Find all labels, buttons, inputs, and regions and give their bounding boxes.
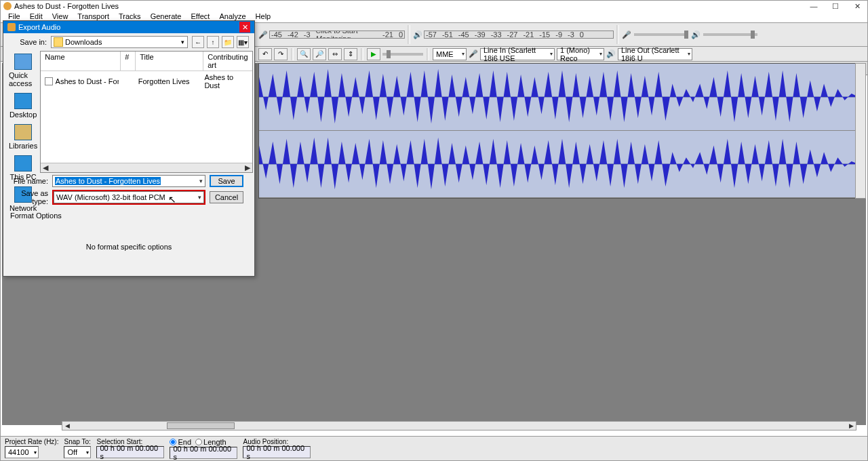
- dialog-close-button[interactable]: ✕: [239, 22, 250, 33]
- fit-selection-button[interactable]: ⇔: [328, 48, 342, 60]
- file-list-header: Name # Title Contributing art: [41, 52, 252, 71]
- speed-slider[interactable]: [382, 53, 423, 56]
- no-format-options-text: No format specific options: [3, 224, 254, 270]
- col-title[interactable]: Title: [136, 52, 203, 71]
- project-rate-combo[interactable]: 44100: [5, 446, 39, 458]
- window-title: Ashes to Dust - Forgotten Lives: [14, 2, 809, 10]
- play-button-small[interactable]: ▶: [367, 48, 380, 60]
- dialog-title-bar: Export Audio ✕: [3, 21, 254, 33]
- monitor-hint: Click to Start Monitoring: [316, 31, 377, 39]
- mic-dev-icon: 🎤: [469, 49, 478, 58]
- place-desktop[interactable]: Desktop: [9, 93, 37, 119]
- audio-position-field[interactable]: 00 h 00 m 00.000 s: [243, 446, 311, 458]
- project-rate-label: Project Rate (Hz):: [5, 438, 58, 445]
- title-bar: Ashes to Dust - Forgotten Lives — ☐ ✕: [1, 1, 867, 12]
- minimize-button[interactable]: —: [809, 2, 818, 11]
- up-button[interactable]: ↑: [207, 36, 219, 48]
- places-bar: Quick access Desktop Libraries This PC N…: [9, 51, 37, 173]
- speaker-icon: 🔊: [413, 31, 422, 39]
- selection-end-field[interactable]: 00 h 00 m 00.000 s: [170, 447, 237, 459]
- close-button[interactable]: ✕: [852, 2, 862, 11]
- waveform-display[interactable]: [258, 63, 866, 199]
- export-audio-dialog: Export Audio ✕ Save in: Downloads ← ↑ 📁 …: [3, 20, 255, 277]
- save-in-combo[interactable]: Downloads: [51, 36, 188, 48]
- fit-project-button[interactable]: ⇕: [344, 48, 357, 60]
- new-folder-button[interactable]: 📁: [222, 36, 234, 48]
- scroll-left-arrow[interactable]: ◀: [62, 422, 72, 429]
- waveform-right-channel: [259, 131, 865, 198]
- view-menu-button[interactable]: ▦▾: [237, 36, 249, 48]
- place-quick-access[interactable]: Quick access: [9, 54, 37, 87]
- zoom-out-button[interactable]: 🔎: [313, 48, 326, 60]
- meter-section-right: 🔊 -57 -51 -45 -39 -33 -27 -21 -15 -9 -3 …: [413, 31, 614, 39]
- dialog-title: Export Audio: [18, 23, 60, 31]
- file-list[interactable]: Name # Title Contributing art Ashes to D…: [40, 51, 252, 173]
- channels-combo[interactable]: 1 (Mono) Reco: [557, 48, 604, 60]
- meter-section-left: 🎤 -45 -42 -3 Click to Start Monitoring -…: [258, 31, 405, 39]
- scroll-thumb[interactable]: [167, 422, 235, 429]
- mic-vol-icon: 🎤: [622, 31, 631, 39]
- file-name-field[interactable]: Ashes to Dust - Forgotten Lives: [52, 175, 205, 187]
- waveform-left-channel: [259, 64, 865, 131]
- snap-to-combo[interactable]: Off: [64, 446, 91, 458]
- status-bar: Project Rate (Hz): 44100 Snap To: Off Se…: [1, 436, 867, 460]
- scroll-right-arrow[interactable]: ▶: [846, 422, 856, 429]
- back-button[interactable]: ←: [192, 36, 204, 48]
- volume-sliders: 🎤 🔊: [622, 31, 757, 39]
- format-options-label: Format Options: [3, 207, 254, 224]
- output-device-combo[interactable]: Line Out (Scarlett 18i6 U: [618, 48, 692, 60]
- dialog-icon: [7, 23, 16, 31]
- maximize-button[interactable]: ☐: [831, 2, 840, 11]
- rec-volume-slider[interactable]: [634, 33, 688, 36]
- horizontal-scrollbar[interactable]: ◀ ▶: [62, 421, 856, 430]
- place-libraries[interactable]: Libraries: [9, 124, 37, 150]
- file-list-hscroll[interactable]: ◀▶: [41, 163, 252, 172]
- undo-button[interactable]: ↶: [258, 48, 272, 60]
- app-icon: [3, 2, 12, 10]
- col-num[interactable]: #: [121, 52, 136, 71]
- zoom-in-button[interactable]: 🔍: [297, 48, 311, 60]
- save-in-label: Save in:: [9, 38, 47, 46]
- speaker-vol-icon: 🔊: [691, 31, 701, 39]
- save-as-type-combo[interactable]: WAV (Microsoft) 32-bit float PCM: [54, 191, 204, 203]
- snap-to-label: Snap To:: [64, 438, 91, 445]
- col-name[interactable]: Name: [41, 52, 121, 71]
- recording-meter[interactable]: -45 -42 -3 Click to Start Monitoring -21…: [269, 31, 405, 39]
- vertical-scrollbar[interactable]: [855, 63, 866, 199]
- play-volume-slider[interactable]: [703, 33, 757, 36]
- file-icon: [45, 77, 52, 85]
- col-artist[interactable]: Contributing art: [203, 52, 252, 71]
- selection-start-field[interactable]: 00 h 00 m 00.000 s: [96, 446, 164, 458]
- audio-host-combo[interactable]: MME: [433, 48, 467, 60]
- mic-icon: 🎤: [258, 31, 268, 39]
- redo-button[interactable]: ↷: [274, 48, 288, 60]
- file-row[interactable]: Ashes to Dust - Forgot... Forgotten Live…: [41, 71, 252, 92]
- save-button[interactable]: Save: [210, 175, 243, 187]
- playback-meter[interactable]: -57 -51 -45 -39 -33 -27 -21 -15 -9 -3 0: [424, 31, 614, 39]
- input-device-combo[interactable]: Line In (Scarlett 18i6 USE: [480, 48, 555, 60]
- save-as-type-label: Save as type:: [9, 189, 48, 205]
- file-name-label: File name:: [9, 177, 48, 185]
- speaker-dev-icon: 🔊: [606, 49, 616, 58]
- cancel-button[interactable]: Cancel: [210, 191, 243, 203]
